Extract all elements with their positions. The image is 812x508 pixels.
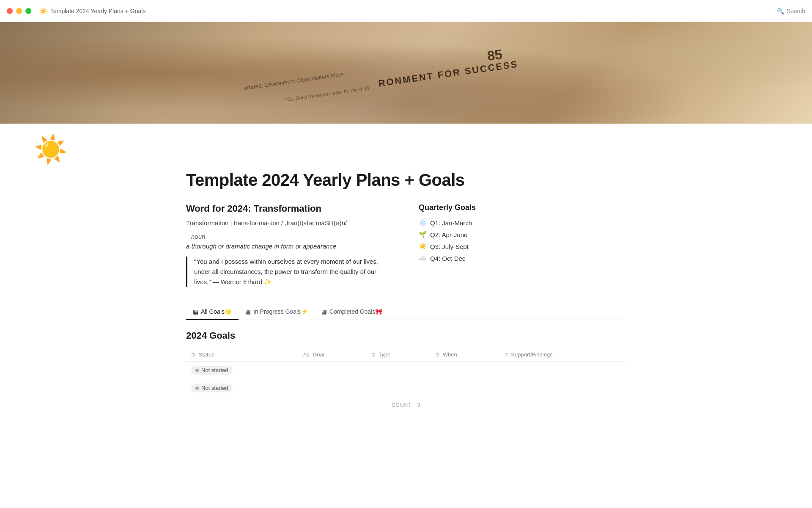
q4-icon: ☁️ [419,254,427,262]
search-icon: 🔍 [777,8,784,14]
traffic-lights [7,8,31,14]
word-definition: Transformation | trans·for·ma·tion / ˌtr… [186,219,393,227]
tab-in-progress[interactable]: ▦ In Progress Goals⚡ [239,304,315,320]
breadcrumb-title: Template 2024 Yearly Plans + Goals [50,8,145,14]
table-row: Not started [186,362,626,379]
table-row: Not started [186,379,626,397]
main-content: Template 2024 Yearly Plans + Goals Word … [152,171,660,442]
col-goal: Aa Goal [298,348,366,362]
q2-icon: 🌱 [419,231,427,238]
table-count: COUNT 3 [186,402,626,408]
word-meaning: a thorough or dramatic change in form or… [186,243,393,250]
col-when: ⊙ When [430,348,500,362]
q3-label: Q3: July-Sept [430,243,469,250]
quarterly-item-q2[interactable]: 🌱 Q2: Apr-June [419,231,626,238]
page-icon-small: ☀️ [40,8,47,14]
quarterly-item-q3[interactable]: ☀️ Q3: July-Sept [419,243,626,250]
goal-col-icon: Aa [303,352,310,358]
search-bar[interactable]: 🔍 Search [777,8,805,14]
status-badge: Not started [191,384,233,392]
when-col-icon: ⊙ [435,352,439,358]
quarterly-section: Quarterly Goals ❄️ Q1: Jan-March 🌱 Q2: A… [419,203,626,262]
search-label: Search [787,8,805,14]
status-col-icon: ⊙ [191,352,195,358]
two-col-section: Word for 2024: Transformation Transforma… [186,203,626,287]
tab-completed-label: Completed Goals🎀 [329,308,382,315]
tab-completed-icon: ▦ [321,308,327,315]
page-title: Template 2024 Yearly Plans + Goals [186,171,626,190]
type-col-icon: ⊙ [371,352,376,358]
word-heading: Word for 2024: Transformation [186,203,393,214]
titlebar: ☀️ Template 2024 Yearly Plans + Goals 🔍 … [0,0,812,22]
quarterly-list: ❄️ Q1: Jan-March 🌱 Q2: Apr-June ☀️ Q3: J… [419,219,626,262]
q1-label: Q1: Jan-March [430,219,472,226]
status-dot [195,369,199,372]
q3-icon: ☀️ [419,243,427,250]
row1-support[interactable] [500,362,626,379]
status-dot [195,387,199,390]
row1-goal[interactable] [298,362,366,379]
quote-block: "You and I possess within ourselves at e… [186,257,393,287]
q2-label: Q2: Apr-June [430,231,467,238]
tab-all-goals[interactable]: ▦ All Goals🌟 [186,304,239,320]
word-part-of-speech: noun [186,233,393,240]
col-type: ⊙ Type [366,348,431,362]
row1-type[interactable] [366,362,431,379]
row2-support[interactable] [500,379,626,397]
q4-label: Q4: Oct-Dec [430,255,465,262]
tab-progress-icon: ▦ [245,308,251,315]
count-label: COUNT [392,402,411,408]
minimize-button[interactable] [16,8,22,14]
table-header-row: ⊙ Status Aa Goal ⊙ Type ⊙ When ≡ Suppo [186,348,626,362]
tab-all-label: All Goals🌟 [201,308,232,315]
tab-completed[interactable]: ▦ Completed Goals🎀 [315,304,389,320]
quarterly-item-q4[interactable]: ☁️ Q4: Oct-Dec [419,254,626,262]
maximize-button[interactable] [25,8,31,14]
quarterly-item-q1[interactable]: ❄️ Q1: Jan-March [419,219,626,226]
col-support: ≡ Support/Findings [500,348,626,362]
status-badge: Not started [191,366,233,375]
tab-progress-label: In Progress Goals⚡ [253,308,308,315]
col-status: ⊙ Status [186,348,298,362]
row2-status[interactable]: Not started [186,379,298,397]
q1-icon: ❄️ [419,219,427,226]
row2-type[interactable] [366,379,431,397]
status-label: Not started [201,385,228,391]
count-value: 3 [417,402,420,408]
goals-section-title: 2024 Goals [186,330,626,341]
hero-number: 85 [486,47,503,64]
support-col-icon: ≡ [505,352,508,358]
row2-goal[interactable] [298,379,366,397]
row1-status[interactable]: Not started [186,362,298,379]
word-section: Word for 2024: Transformation Transforma… [186,203,393,287]
quarterly-heading: Quarterly Goals [419,203,626,212]
tab-all-icon: ▦ [193,308,198,315]
status-label: Not started [201,367,228,373]
goals-table: ⊙ Status Aa Goal ⊙ Type ⊙ When ≡ Suppo [186,348,626,397]
page-icon: ☀️ [34,134,812,166]
hero-banner: RONMENT FOR SUCCESS arrated; Environment… [0,22,812,124]
tabs-bar: ▦ All Goals🌟 ▦ In Progress Goals⚡ ▦ Comp… [186,304,626,320]
page-title-bar: ☀️ Template 2024 Yearly Plans + Goals [40,8,777,14]
row1-when[interactable] [430,362,500,379]
quote-text: "You and I possess within ourselves at e… [194,258,378,285]
row2-when[interactable] [430,379,500,397]
close-button[interactable] [7,8,13,14]
